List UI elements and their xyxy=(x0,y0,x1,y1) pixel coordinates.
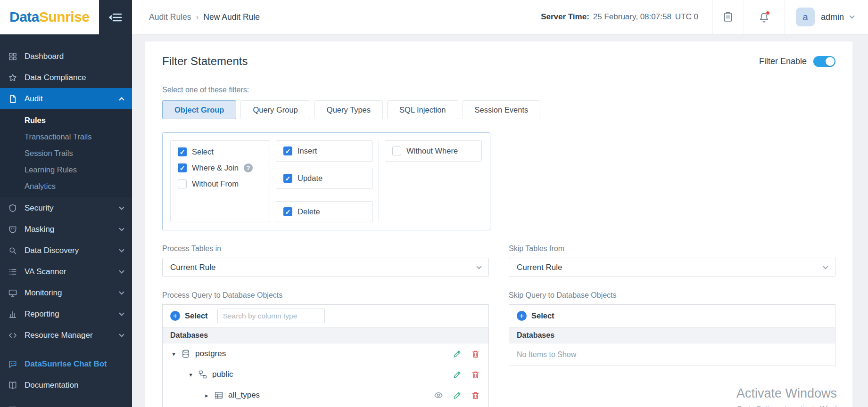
delete-icon[interactable] xyxy=(471,370,480,379)
checkbox-where-join[interactable]: ✓ Where & Join ? xyxy=(178,163,263,172)
statement-options-group: ✓ Select ✓ Where & Join ? Without From xyxy=(170,140,270,222)
sidebar-subitem-learning-rules[interactable]: Learning Rules xyxy=(0,162,132,178)
sidebar-item-audit[interactable]: Audit xyxy=(0,88,132,109)
tree-node-name: public xyxy=(212,370,233,379)
sidebar-item-partial[interactable] xyxy=(0,399,132,407)
chevron-down-icon xyxy=(119,332,124,337)
caret-expanded-icon[interactable]: ▾ xyxy=(187,371,194,378)
sidebar-item-va-scanner[interactable]: VA Scanner xyxy=(0,261,132,282)
scanner-list-icon xyxy=(7,267,18,277)
star-icon xyxy=(7,73,18,82)
tab-session-events[interactable]: Session Events xyxy=(463,100,541,119)
chevron-down-icon xyxy=(119,204,124,210)
sidebar-item-masking[interactable]: Masking xyxy=(0,219,132,240)
tab-query-types[interactable]: Query Types xyxy=(314,100,383,119)
chevron-down-icon xyxy=(476,264,481,269)
checkbox-checked-icon: ✓ xyxy=(283,147,292,155)
filter-enable-control: Filter Enable xyxy=(759,56,835,67)
sidebar-item-resource-manager[interactable]: Resource Manager xyxy=(0,325,132,346)
delete-icon[interactable] xyxy=(471,391,480,400)
filter-enable-toggle[interactable] xyxy=(813,56,835,67)
edit-icon[interactable] xyxy=(453,370,462,379)
document-icon xyxy=(7,94,18,104)
logo[interactable]: DataSunrise xyxy=(9,9,90,25)
skip-objects-label: Skip Query to Database Objects xyxy=(509,291,835,300)
sidebar-item-label: Resource Manager xyxy=(25,331,93,340)
sidebar-item-dashboard[interactable]: Dashboard xyxy=(0,46,132,67)
tree-row-public[interactable]: ▾ public xyxy=(163,364,488,385)
sidebar-subitem-rules[interactable]: Rules xyxy=(0,112,132,129)
logo-text-data: Data xyxy=(9,9,39,24)
checkbox-without-where[interactable]: Without Where xyxy=(392,147,474,155)
sidebar-item-reporting[interactable]: Reporting xyxy=(0,303,132,325)
checkbox-without-from[interactable]: Without From xyxy=(178,179,263,188)
select-button-label: Select xyxy=(185,311,208,320)
divider xyxy=(379,140,379,222)
skip-tables-select[interactable]: Current Rule xyxy=(509,258,835,277)
edit-icon[interactable] xyxy=(453,350,462,358)
filter-type-tabs: Object Group Query Group Query Types SQL… xyxy=(162,100,835,119)
sidebar-item-data-compliance[interactable]: Data Compliance xyxy=(0,67,132,88)
tasks-button[interactable] xyxy=(712,0,744,34)
checkbox-delete[interactable]: ✓ Delete xyxy=(283,207,365,216)
checkbox-label: Select xyxy=(192,147,214,156)
clipboard-icon xyxy=(722,11,734,23)
checkbox-unchecked-icon xyxy=(392,147,401,155)
process-tables-select[interactable]: Current Rule xyxy=(162,258,489,277)
checkbox-checked-icon: ✓ xyxy=(283,174,292,183)
sidebar-item-chat-bot[interactable]: DataSunrise Chat Bot xyxy=(0,353,132,374)
sidebar-item-data-discovery[interactable]: Data Discovery xyxy=(0,240,132,261)
caret-collapsed-icon[interactable]: ▸ xyxy=(203,392,210,399)
breadcrumb: Audit Rules › New Audit Rule xyxy=(149,12,260,22)
checkbox-label: Without From xyxy=(192,179,239,188)
delete-icon[interactable] xyxy=(471,350,480,358)
chevron-down-icon xyxy=(823,264,828,269)
help-icon[interactable]: ? xyxy=(244,163,253,172)
tab-sql-injection[interactable]: SQL Injection xyxy=(387,100,458,119)
checkbox-select[interactable]: ✓ Select xyxy=(178,147,263,156)
chevron-down-icon xyxy=(119,247,124,252)
sidebar-subitem-transactional-trails[interactable]: Transactional Trails xyxy=(0,129,132,145)
statement-filter-box: ✓ Select ✓ Where & Join ? Without From ✓ xyxy=(162,132,490,230)
app-window-icon xyxy=(7,406,18,407)
sidebar-item-monitoring[interactable]: Monitoring xyxy=(0,282,132,303)
chevron-down-icon xyxy=(119,226,124,231)
book-icon xyxy=(7,381,18,390)
caret-expanded-icon[interactable]: ▾ xyxy=(170,350,177,358)
sidebar: Dashboard Data Compliance Audit Rules Tr… xyxy=(0,34,132,407)
sidebar-subitem-analytics[interactable]: Analytics xyxy=(0,178,132,195)
user-name: admin xyxy=(821,12,844,22)
select-button-label: Select xyxy=(531,311,554,320)
edit-icon[interactable] xyxy=(453,391,462,400)
tree-node-name: postgres xyxy=(195,349,226,358)
chevron-up-icon xyxy=(119,97,124,102)
tree-row-all-types[interactable]: ▸ all_types xyxy=(163,385,488,406)
server-time-label: Server Time: xyxy=(541,12,589,22)
dashboard-icon xyxy=(7,52,18,61)
checkbox-insert[interactable]: ✓ Insert xyxy=(283,147,365,155)
search-column-input[interactable] xyxy=(217,309,325,323)
mask-icon xyxy=(7,225,18,234)
add-object-button[interactable]: + Select xyxy=(170,311,208,321)
sidebar-item-documentation[interactable]: Documentation xyxy=(0,374,132,396)
breadcrumb-audit-rules[interactable]: Audit Rules xyxy=(149,12,191,22)
schema-icon xyxy=(198,370,207,379)
sidebar-subitem-session-trails[interactable]: Session Trails xyxy=(0,145,132,162)
tab-query-group[interactable]: Query Group xyxy=(240,100,310,119)
eye-icon[interactable] xyxy=(434,391,443,400)
checkbox-update[interactable]: ✓ Update xyxy=(283,174,365,183)
select-value: Current Rule xyxy=(517,263,562,272)
sidebar-item-label: Documentation xyxy=(25,381,78,390)
tab-object-group[interactable]: Object Group xyxy=(162,100,236,119)
user-menu[interactable]: a admin xyxy=(784,0,868,34)
checkbox-checked-icon: ✓ xyxy=(178,163,187,172)
notifications-button[interactable] xyxy=(744,0,784,34)
sidebar-collapse-button[interactable] xyxy=(99,0,132,34)
tree-row-postgres[interactable]: ▾ postgres xyxy=(163,343,488,364)
add-skip-object-button[interactable]: + Select xyxy=(517,311,554,321)
process-objects-label: Process Query to Database Objects xyxy=(162,291,489,300)
table-icon xyxy=(214,391,223,400)
sidebar-item-security[interactable]: Security xyxy=(0,197,132,219)
sidebar-item-label: DataSunrise Chat Bot xyxy=(25,359,107,369)
server-time: Server Time: 25 February, 08:07:58 UTC 0 xyxy=(541,12,698,22)
